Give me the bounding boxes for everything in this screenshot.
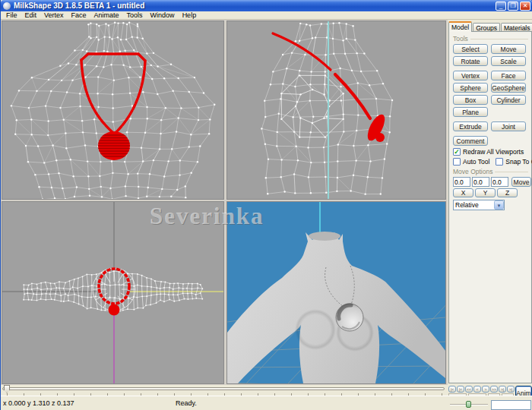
move-fields-row: Move bbox=[449, 177, 531, 187]
step-back-button[interactable]: < bbox=[473, 386, 481, 393]
side-panel: ModelGroupsMaterialsJoints Tools SelectM… bbox=[448, 20, 532, 385]
axis-button-z[interactable]: Z bbox=[497, 188, 518, 197]
redraw-checkbox-row: ✓Redraw All Viewports bbox=[449, 148, 531, 156]
viewport-side[interactable] bbox=[226, 20, 446, 200]
tool-button-scale[interactable]: Scale bbox=[491, 56, 526, 66]
next-keyframe-button[interactable]: >| bbox=[499, 386, 506, 393]
app-icon bbox=[3, 2, 11, 10]
tool-button-plane[interactable]: Plane bbox=[453, 107, 488, 117]
checkbox-box[interactable] bbox=[496, 158, 503, 166]
menu-item-help[interactable]: Help bbox=[179, 11, 201, 20]
axis-button-y[interactable]: Y bbox=[475, 188, 496, 197]
checkbox-auto-tool[interactable]: Auto Tool bbox=[453, 158, 489, 166]
joint-size-slider[interactable] bbox=[450, 404, 488, 405]
side-view-canvas[interactable] bbox=[227, 21, 445, 199]
front-view-canvas[interactable] bbox=[2, 21, 223, 199]
tool-button-joint[interactable]: Joint bbox=[491, 121, 526, 131]
checkbox-label: Auto Tool bbox=[463, 158, 489, 166]
status-message: Ready. bbox=[176, 399, 197, 407]
tool-buttons: SelectMoveRotateScaleVertexFaceSphereGeo… bbox=[449, 44, 531, 146]
titlebar[interactable]: MilkShape 3D 1.8.5 BETA 1 - untitled _ ❐… bbox=[1, 0, 532, 11]
cursor-coordinates: x 0.000 y 1.310 z 0.137 bbox=[3, 399, 74, 407]
move-field-x[interactable] bbox=[453, 177, 470, 187]
checkbox-redraw-all-viewports[interactable]: ✓Redraw All Viewports bbox=[453, 148, 524, 156]
tool-button-rotate[interactable]: Rotate bbox=[453, 56, 488, 66]
status-input-field[interactable] bbox=[491, 400, 531, 410]
move-options-group-label: Move Options bbox=[453, 168, 528, 175]
tool-button-sphere[interactable]: Sphere bbox=[453, 83, 488, 93]
tool-button-box[interactable]: Box bbox=[453, 95, 488, 105]
chevron-down-icon: ▼ bbox=[494, 200, 504, 210]
tool-button-vertex[interactable]: Vertex bbox=[453, 71, 488, 80]
top-view-canvas[interactable] bbox=[2, 202, 223, 383]
checkbox-row-2: Auto ToolSnap To Grid bbox=[449, 158, 531, 166]
menu-item-face[interactable]: Face bbox=[68, 11, 90, 20]
timeline-thumb[interactable] bbox=[4, 385, 10, 393]
close-button[interactable]: ✕ bbox=[520, 2, 530, 11]
axis-button-x[interactable]: X bbox=[453, 188, 473, 197]
tool-button-geosphere[interactable]: GeoSphere bbox=[491, 83, 526, 93]
window-title: MilkShape 3D 1.8.5 BETA 1 - untitled bbox=[14, 2, 496, 10]
tool-button-extrude[interactable]: Extrude bbox=[453, 121, 488, 131]
checkbox-label: Redraw All Viewports bbox=[463, 148, 524, 156]
menu-item-edit[interactable]: Edit bbox=[21, 11, 41, 20]
menu-item-animate[interactable]: Animate bbox=[90, 11, 123, 20]
checkbox-label: Snap To Grid bbox=[505, 158, 532, 166]
tool-button-select[interactable]: Select bbox=[453, 44, 488, 54]
milkshape-window: MilkShape 3D 1.8.5 BETA 1 - untitled _ ❐… bbox=[0, 0, 532, 410]
menu-item-tools[interactable]: Tools bbox=[123, 11, 147, 20]
viewport-3d[interactable] bbox=[226, 201, 446, 384]
viewport-workspace: Severinka bbox=[1, 20, 448, 385]
joint-size-slider-thumb[interactable] bbox=[466, 401, 471, 408]
tool-button-comment[interactable]: Comment bbox=[453, 136, 488, 146]
perspective-view-canvas[interactable] bbox=[227, 202, 445, 383]
move-field-y[interactable] bbox=[472, 177, 489, 187]
tool-button-cylinder[interactable]: Cylinder bbox=[491, 95, 526, 105]
restore-button[interactable]: ❐ bbox=[508, 2, 518, 11]
checkbox-box[interactable] bbox=[453, 158, 461, 166]
checkbox-box[interactable]: ✓ bbox=[453, 148, 461, 156]
menu-item-vertex[interactable]: Vertex bbox=[40, 11, 68, 20]
model-tab-page: Tools SelectMoveRotateScaleVertexFaceSph… bbox=[448, 31, 532, 383]
keyframe-timeline[interactable] bbox=[1, 385, 448, 396]
minimize-button[interactable]: _ bbox=[496, 2, 506, 11]
reference-mode-value: Relative bbox=[454, 201, 479, 209]
tools-group-label: Tools bbox=[453, 35, 528, 43]
tool-button-face[interactable]: Face bbox=[491, 71, 526, 80]
prev-keyframe-button[interactable]: |< bbox=[457, 386, 464, 393]
menu-bar: FileEditVertexFaceAnimateToolsWindowHelp bbox=[1, 11, 532, 20]
move-apply-button[interactable]: Move bbox=[511, 177, 531, 187]
go-first-frame-button[interactable]: |< bbox=[448, 386, 456, 393]
status-bar: x 0.000 y 1.310 z 0.137 Ready. bbox=[1, 396, 532, 410]
fast-rewind-button[interactable]: << bbox=[465, 386, 473, 393]
menu-item-file[interactable]: File bbox=[2, 11, 21, 20]
menu-item-window[interactable]: Window bbox=[147, 11, 179, 20]
viewport-front[interactable] bbox=[2, 20, 224, 200]
tool-button-move[interactable]: Move bbox=[491, 44, 526, 54]
move-field-z[interactable] bbox=[491, 177, 508, 187]
go-last-frame-button[interactable]: >| bbox=[507, 386, 515, 393]
viewport-top[interactable] bbox=[2, 201, 224, 384]
step-forward-button[interactable]: > bbox=[482, 386, 489, 393]
panel-tabs: ModelGroupsMaterialsJoints bbox=[448, 20, 532, 32]
timeline-track[interactable] bbox=[2, 387, 445, 390]
axis-buttons-row: XYZ bbox=[449, 188, 531, 197]
fast-forward-button[interactable]: >> bbox=[490, 386, 498, 393]
tab-model[interactable]: Model bbox=[448, 21, 472, 32]
checkbox-snap-to-grid[interactable]: Snap To Grid bbox=[496, 158, 532, 166]
playback-buttons: |<|<<<<>>>>|>| bbox=[448, 386, 515, 393]
reference-mode-select[interactable]: Relative ▼ bbox=[453, 200, 505, 210]
